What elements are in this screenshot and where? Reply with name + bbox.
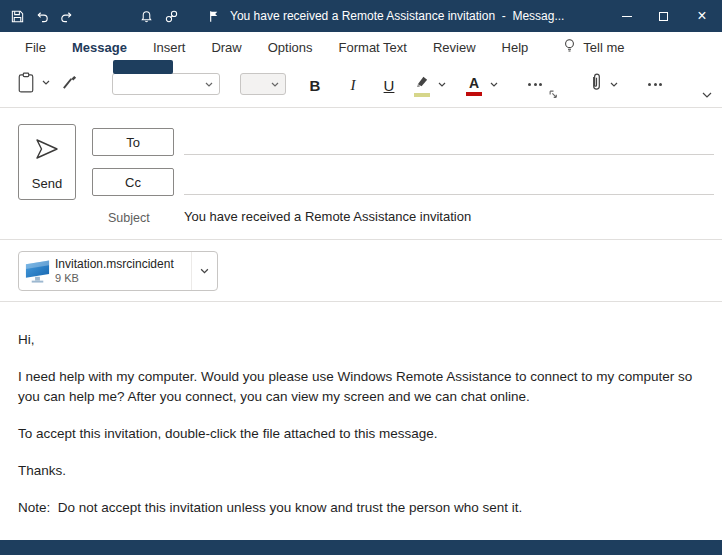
format-painter-button[interactable]	[58, 73, 80, 95]
paste-button[interactable]	[14, 70, 38, 98]
flag-icon[interactable]	[204, 7, 222, 25]
highlighter-icon	[414, 74, 431, 92]
maximize-icon	[659, 12, 668, 21]
highlight-dropdown-button[interactable]	[436, 78, 448, 90]
outlook-message-window: You have received a Remote Assistance in…	[0, 0, 722, 555]
font-dialog-launcher-icon	[549, 90, 558, 99]
window-title: You have received a Remote Assistance in…	[230, 9, 564, 23]
dropdown-chevron-icon	[205, 82, 213, 87]
tab-file[interactable]: File	[12, 32, 59, 62]
body-paragraph: Thanks.	[18, 461, 712, 481]
highlight-color-bar	[414, 93, 430, 97]
message-body[interactable]: Hi, I need help with my computer. Would …	[0, 302, 722, 540]
dropdown-chevron-icon	[490, 82, 498, 87]
tab-help[interactable]: Help	[489, 32, 542, 62]
attachment-chip[interactable]: Invitation.msrcincident 9 KB	[18, 251, 218, 291]
more-options-icon	[528, 83, 542, 86]
font-size-combobox[interactable]	[240, 73, 286, 95]
attach-file-button[interactable]	[586, 71, 606, 97]
paste-clipboard-icon	[17, 71, 35, 98]
attachment-size: 9 KB	[55, 272, 191, 286]
body-paragraph: I need help with my computer. Would you …	[18, 367, 712, 407]
dropdown-chevron-icon	[271, 82, 279, 87]
paste-dropdown-button[interactable]	[40, 76, 52, 88]
ribbon-tab-row: File Message Insert Draw Options Format …	[0, 32, 722, 62]
attachment-filename: Invitation.msrcincident	[55, 257, 191, 272]
cc-button[interactable]: Cc	[92, 168, 174, 196]
cc-button-label: Cc	[125, 175, 141, 190]
close-button[interactable]: ×	[682, 0, 722, 32]
more-font-options-button[interactable]	[524, 74, 546, 94]
subject-label: Subject	[108, 211, 150, 225]
to-button-label: To	[126, 135, 140, 150]
collapse-ribbon-chevron-icon	[702, 92, 712, 98]
maximize-button[interactable]	[645, 0, 682, 32]
to-button[interactable]: To	[92, 128, 174, 156]
tab-message[interactable]: Message	[59, 32, 140, 62]
tell-me-label: Tell me	[583, 40, 624, 55]
font-name-combobox[interactable]	[112, 73, 220, 95]
link-icon[interactable]	[162, 7, 180, 25]
highlight-button[interactable]	[410, 71, 434, 99]
underline-button[interactable]: U	[376, 72, 402, 98]
font-color-icon: A	[469, 75, 479, 91]
attachment-meta: Invitation.msrcincident 9 KB	[55, 257, 191, 286]
dropdown-chevron-icon	[200, 268, 209, 274]
subject-field[interactable]: You have received a Remote Assistance in…	[184, 209, 471, 224]
minimize-button[interactable]	[608, 0, 645, 32]
body-paragraph: To accept this invitation, double-click …	[18, 424, 712, 444]
lightbulb-icon	[563, 38, 576, 56]
italic-button[interactable]: I	[340, 72, 366, 98]
tab-insert[interactable]: Insert	[140, 32, 199, 62]
send-plane-icon	[34, 137, 60, 164]
minimize-icon	[622, 16, 632, 17]
more-ribbon-options-button[interactable]	[644, 74, 666, 94]
attachment-dropdown-button[interactable]	[191, 252, 217, 290]
bell-icon[interactable]	[137, 7, 155, 25]
body-paragraph: Note: Do not accept this invitation unle…	[18, 498, 712, 518]
font-color-button[interactable]: A	[462, 70, 486, 100]
send-button[interactable]: Send	[18, 124, 76, 200]
dropdown-chevron-icon	[438, 82, 446, 87]
font-color-dropdown-button[interactable]	[488, 78, 500, 90]
font-dialog-launcher-button[interactable]	[548, 89, 559, 100]
caption-buttons: ×	[608, 0, 722, 32]
bold-button[interactable]: B	[302, 72, 328, 98]
attach-dropdown-button[interactable]	[608, 78, 620, 90]
undo-icon[interactable]	[33, 7, 51, 25]
tab-options[interactable]: Options	[255, 32, 326, 62]
ribbon-toolbar: B I U A	[0, 62, 722, 108]
close-icon: ×	[697, 7, 706, 25]
tell-me-button[interactable]: Tell me	[563, 38, 624, 56]
dropdown-chevron-icon	[42, 80, 50, 85]
remote-assistance-file-icon	[19, 258, 55, 284]
attachment-section: Invitation.msrcincident 9 KB	[0, 240, 722, 302]
message-tab-indicator	[113, 60, 173, 74]
more-options-icon	[648, 83, 662, 86]
paperclip-icon	[589, 72, 604, 97]
collapse-ribbon-button[interactable]	[700, 89, 714, 101]
font-color-bar	[466, 92, 482, 96]
title-bar: You have received a Remote Assistance in…	[0, 0, 722, 32]
tab-format-text[interactable]: Format Text	[326, 32, 420, 62]
tab-review[interactable]: Review	[420, 32, 489, 62]
cc-field[interactable]	[184, 168, 714, 195]
format-painter-icon	[61, 74, 78, 95]
body-paragraph: Hi,	[18, 330, 712, 350]
save-icon[interactable]	[8, 7, 26, 25]
to-field[interactable]	[184, 128, 714, 155]
redo-icon[interactable]	[57, 7, 75, 25]
tab-draw[interactable]: Draw	[198, 32, 254, 62]
dropdown-chevron-icon	[610, 82, 618, 87]
status-bar	[0, 540, 722, 555]
send-button-label: Send	[32, 176, 62, 191]
compose-header: Send To Cc Subject You have received a R…	[0, 108, 722, 240]
